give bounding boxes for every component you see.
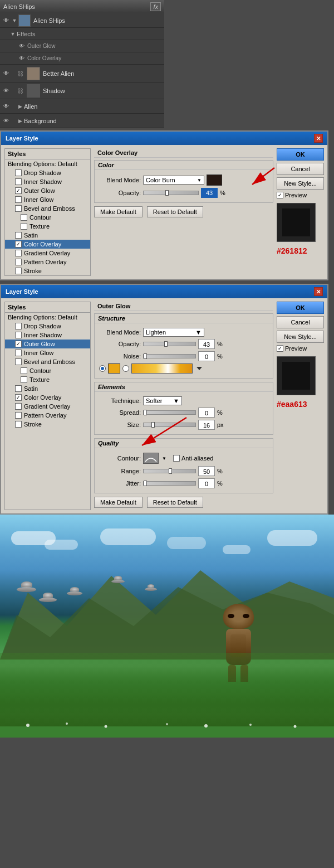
layer-row-outer-glow[interactable]: 👁 Outer Glow	[0, 40, 164, 52]
style-item-drop-shadow[interactable]: Drop Shadow	[5, 168, 90, 177]
close-button-1[interactable]: ✕	[314, 134, 323, 143]
eye-icon[interactable]: 👁	[18, 55, 26, 62]
alien-head	[223, 604, 254, 629]
close-button-2[interactable]: ✕	[314, 287, 323, 296]
contour-box[interactable]	[143, 453, 159, 464]
og-color-swatch[interactable]	[108, 363, 120, 374]
expand-arrow[interactable]: ▼	[10, 31, 16, 37]
technique-dropdown[interactable]: Softer ▼	[143, 396, 182, 405]
style-item-2-gradient-overlay[interactable]: Gradient Overlay	[5, 402, 90, 411]
quality-title: Quality	[95, 439, 273, 448]
opacity-input[interactable]	[201, 188, 218, 198]
ufo-body-4	[111, 580, 125, 583]
preview-box-1	[277, 203, 316, 242]
layers-title-bar: Alien SHips fx	[0, 0, 164, 13]
gradient-arrow[interactable]	[197, 367, 202, 370]
eye-icon[interactable]: 👁	[2, 17, 10, 25]
eye-icon[interactable]: 👁	[2, 103, 10, 110]
spread-label: Spread:	[99, 409, 141, 416]
layer-name: Better Alien	[43, 70, 74, 77]
cloud-4	[167, 537, 206, 549]
layer-name: Outer Glow	[27, 43, 56, 49]
style-item-2-texture[interactable]: Texture	[5, 375, 90, 384]
style-item-2-inner-glow[interactable]: Inner Glow	[5, 348, 90, 357]
blend-mode-label: Blend Mode:	[99, 177, 141, 183]
layer-row-color-overlay[interactable]: 👁 Color Overlay	[0, 52, 164, 65]
expand-arrow[interactable]: ▶	[17, 118, 23, 124]
preview-check-2[interactable]: Preview	[277, 345, 324, 352]
style-item-satin[interactable]: Satin	[5, 231, 90, 240]
layer-thumb	[27, 84, 40, 98]
styles-header-1: Styles	[5, 149, 90, 159]
expand-arrow[interactable]: ▶	[17, 104, 23, 109]
opacity-slider[interactable]	[143, 191, 199, 195]
style-item-inner-shadow[interactable]: Inner Shadow	[5, 177, 90, 186]
reset-default-btn-2[interactable]: Reset to Default	[147, 497, 203, 508]
style-item-outer-glow[interactable]: Outer Glow	[5, 186, 90, 195]
dialog2-title: Layer Style	[6, 288, 38, 295]
eye-icon[interactable]: 👁	[18, 42, 26, 50]
style-item-inner-glow[interactable]: Inner Glow	[5, 195, 90, 204]
style-item-gradient-overlay[interactable]: Gradient Overlay	[5, 249, 90, 258]
eye-icon[interactable]: 👁	[2, 70, 10, 77]
style-item-2-drop-shadow[interactable]: Drop Shadow	[5, 322, 90, 331]
reset-default-btn-1[interactable]: Reset to Default	[147, 206, 203, 217]
jitter-value: 0	[198, 478, 215, 488]
ufo-top-2	[43, 593, 53, 598]
right-panel-1: OK Cancel New Style... Preview #261812	[277, 148, 324, 276]
eye-icon[interactable]: 👁	[2, 87, 10, 95]
preview-check-1[interactable]: Preview	[277, 192, 324, 198]
cancel-btn-1[interactable]: Cancel	[277, 163, 324, 175]
ok-btn-1[interactable]: OK	[277, 148, 324, 161]
layer-row-effects[interactable]: ▼ Effects	[0, 28, 164, 40]
ufo-body-1	[17, 587, 36, 592]
ufo-body-3	[67, 591, 82, 595]
radio-gradient[interactable]	[122, 365, 129, 372]
size-value: 16	[198, 420, 215, 430]
blend-mode-dropdown-2[interactable]: Lighten ▼	[143, 328, 204, 337]
style-item-contour[interactable]: Contour	[5, 213, 90, 222]
layer-row-background[interactable]: 👁 ▶ Background	[0, 114, 164, 128]
svg-point-8	[66, 722, 68, 725]
eye-icon[interactable]: 👁	[2, 117, 10, 125]
opacity-label: Opacity:	[99, 190, 141, 196]
layer-row-alien[interactable]: 👁 ▶ Alien	[0, 99, 164, 114]
chain-icon: ⛓	[17, 70, 25, 77]
make-default-btn-2[interactable]: Make Default	[94, 497, 143, 508]
radio-solid[interactable]	[99, 365, 106, 372]
style-item-stroke[interactable]: Stroke	[5, 266, 90, 275]
layer-row-alien-ships[interactable]: 👁 ▼ Alien SHips	[0, 13, 164, 28]
layer-row-shadow[interactable]: 👁 ⛓ Shadow	[0, 83, 164, 99]
style-item-2-contour[interactable]: Contour	[5, 366, 90, 375]
style-item-2-outer-glow[interactable]: Outer Glow	[5, 340, 90, 348]
contour-dropdown-arrow[interactable]: ▼	[162, 456, 166, 461]
style-item-2-bevel-emboss[interactable]: Bevel and Emboss	[5, 357, 90, 366]
blend-mode-dropdown[interactable]: Color Burn ▼	[143, 176, 204, 185]
color-swatch-1[interactable]	[207, 174, 222, 186]
section-title-color-overlay: Color Overlay	[94, 148, 273, 158]
ufo-2	[39, 593, 57, 602]
style-item-pattern-overlay[interactable]: Pattern Overlay	[5, 258, 90, 266]
new-style-btn-1[interactable]: New Style...	[277, 177, 324, 190]
style-item-2-inner-shadow[interactable]: Inner Shadow	[5, 331, 90, 340]
style-item-2-pattern-overlay[interactable]: Pattern Overlay	[5, 411, 90, 420]
expand-arrow[interactable]: ▼	[12, 18, 17, 23]
style-item-2-blending[interactable]: Blending Options: Default	[5, 313, 90, 322]
style-item-texture[interactable]: Texture	[5, 222, 90, 231]
make-default-btn-1[interactable]: Make Default	[94, 206, 143, 217]
layer-name: Alien	[24, 103, 37, 110]
style-item-2-stroke[interactable]: Stroke	[5, 420, 90, 429]
style-item-bevel-emboss[interactable]: Bevel and Emboss	[5, 204, 90, 213]
contour-label: Contour:	[99, 455, 141, 462]
anti-alias-row[interactable]: Anti-aliased	[173, 455, 213, 462]
gradient-bar[interactable]	[131, 363, 193, 374]
new-style-btn-2[interactable]: New Style...	[277, 331, 324, 343]
style-item-color-overlay[interactable]: Color Overlay	[5, 240, 90, 249]
style-item-2-satin[interactable]: Satin	[5, 384, 90, 393]
ok-btn-2[interactable]: OK	[277, 302, 324, 314]
style-item-2-color-overlay[interactable]: Color Overlay	[5, 393, 90, 402]
style-item-blending[interactable]: Blending Options: Default	[5, 159, 90, 168]
layer-row-better-alien[interactable]: 👁 ⛓ Better Alien	[0, 65, 164, 83]
layer-style-dialog-2: Layer Style ✕ Styles Blending Options: D…	[0, 284, 334, 515]
cancel-btn-2[interactable]: Cancel	[277, 316, 324, 328]
